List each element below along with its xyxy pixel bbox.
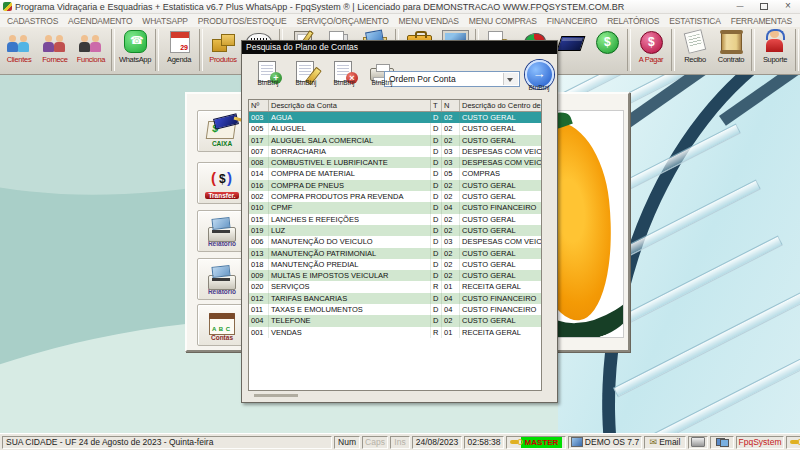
table-cell: 02: [442, 270, 460, 281]
table-cell: TELEFONE: [269, 315, 431, 326]
toolbar-button-whatsapp[interactable]: WhatsApp: [117, 28, 153, 73]
table-cell: 02: [442, 259, 460, 270]
table-cell: RECEITA GERAL: [460, 327, 542, 338]
printer-icon: [691, 437, 705, 447]
close-icon[interactable]: [776, 0, 800, 13]
table-cell: COMPRAS: [460, 168, 542, 179]
menu-item-whatsapp[interactable]: WHATSAPP: [137, 16, 192, 26]
toolbar-button-ledger-book-icon[interactable]: [553, 28, 589, 73]
table-row[interactable]: 012TARIFAS BANCARIASD04CUSTO FINANCEIRO: [249, 293, 541, 304]
table-cell: 013: [249, 248, 269, 259]
toolbar-separator: [111, 29, 115, 71]
table-row[interactable]: 007BORRACHARIAD03DESPESAS COM VEICULO: [249, 146, 541, 157]
products-boxes-icon: [209, 29, 237, 54]
maximize-icon[interactable]: [752, 0, 776, 13]
table-cell: D: [431, 248, 442, 259]
table-row[interactable]: 004TELEFONED02CUSTO GERAL: [249, 315, 541, 326]
table-row[interactable]: 014COMPRA DE MATERIALD05COMPRAS: [249, 168, 541, 179]
toolbar-button-funciona[interactable]: Funciona: [73, 28, 109, 73]
table-cell: AGUA: [269, 112, 431, 123]
table-row[interactable]: 003AGUAD02CUSTO GERAL: [249, 112, 541, 123]
table-row[interactable]: 008COMBUSTIVEL E LUBRIFICANTED03DESPESAS…: [249, 157, 541, 168]
status-system-label: DEMO OS 7.7: [585, 437, 639, 447]
refresh-button[interactable]: BtnBtnj: [522, 60, 556, 91]
menu-bar: CADASTROSAGENDAMENTOWHATSAPPPRODUTOS/EST…: [0, 14, 800, 27]
menu-item-menu-compras[interactable]: MENU COMPRAS: [464, 16, 542, 26]
menu-item-relat-rios[interactable]: RELATÓRIOS: [602, 16, 664, 26]
table-row[interactable]: 002COMPRA PRODUTOS PRA REVENDAD02CUSTO G…: [249, 191, 541, 202]
table-row[interactable]: 015LANCHES E REFEIÇÕESD02CUSTO GERAL: [249, 214, 541, 225]
column-header[interactable]: Nº: [249, 100, 269, 111]
button-caption: BtnBtnj: [522, 84, 556, 91]
toolbar-button-fornece[interactable]: Fornece: [37, 28, 73, 73]
table-row[interactable]: 006MANUTENÇÃO DO VEICULOD03DESPESAS COM …: [249, 236, 541, 247]
table-cell: 006: [249, 236, 269, 247]
table-row[interactable]: 018MANUTENÇÃO PREDIALD02CUSTO GERAL: [249, 259, 541, 270]
dialog-action-add-record-icon[interactable]: BtnBtnj: [250, 61, 286, 86]
table-row[interactable]: 020SERVIÇOSR01RECEITA GERAL: [249, 281, 541, 292]
toolbar-button-produtos[interactable]: Produtos: [205, 28, 241, 73]
email-icon: ✉: [650, 437, 658, 447]
table-row[interactable]: 005ALUGUELD02CUSTO GERAL: [249, 123, 541, 134]
menu-item-servi-o-or-amento[interactable]: SERVIÇO/ORÇAMENTO: [291, 16, 393, 26]
table-cell: D: [431, 315, 442, 326]
table-row[interactable]: 010CPMFD04CUSTO FINANCEIRO: [249, 202, 541, 213]
table-cell: D: [431, 225, 442, 236]
menu-item-menu-vendas[interactable]: MENU VENDAS: [394, 16, 464, 26]
menu-item-cadastros[interactable]: CADASTROS: [2, 16, 63, 26]
table-row[interactable]: 019LUZD02CUSTO GERAL: [249, 225, 541, 236]
table-cell: D: [431, 202, 442, 213]
status-brand: FpqSystem: [736, 436, 784, 449]
table-cell: MULTAS E IMPOSTOS VEICULAR: [269, 270, 431, 281]
table-cell: CUSTO FINANCEIRO: [460, 202, 542, 213]
table-row[interactable]: 017ALUGUEL SALA COMERCIALD02CUSTO GERAL: [249, 135, 541, 146]
table-cell: 015: [249, 214, 269, 225]
toolbar-button-contrato[interactable]: Contrato: [713, 28, 749, 73]
column-header[interactable]: Descrição da Conta: [269, 100, 431, 111]
toolbar-button-label: WhatsApp: [119, 55, 151, 64]
table-cell: 01: [442, 281, 460, 292]
table-row[interactable]: 013MANUTENÇÃO PATRIMONIALD02CUSTO GERAL: [249, 248, 541, 259]
table-cell: D: [431, 180, 442, 191]
table-row[interactable]: 009MULTAS E IMPOSTOS VEICULARD02CUSTO GE…: [249, 270, 541, 281]
menu-item-financeiro[interactable]: FINANCEIRO: [542, 16, 602, 26]
ledger-book-icon: [557, 29, 585, 54]
chevron-down-icon[interactable]: [503, 73, 518, 85]
table-cell: 02: [442, 180, 460, 191]
toolbar-button-label: Recibo: [684, 55, 706, 64]
order-select[interactable]: Ordem Por Conta: [384, 71, 520, 87]
table-cell: 018: [249, 259, 269, 270]
table-cell: 017: [249, 135, 269, 146]
suppliers-icon: [41, 29, 69, 54]
toolbar-button-recibo[interactable]: Recibo: [677, 28, 713, 73]
toolbar-button-suporte[interactable]: Suporte: [757, 28, 793, 73]
menu-item-ferramentas[interactable]: FERRAMENTAS: [726, 16, 797, 26]
toolbar-button-a-pagar[interactable]: A Pagar: [633, 28, 669, 73]
toolbar-button-agenda[interactable]: Agenda: [161, 28, 197, 73]
minimize-icon[interactable]: [728, 0, 752, 13]
menu-item-produtos-estoque[interactable]: PRODUTOS/ESTOQUE: [193, 16, 292, 26]
menu-item-agendamento[interactable]: AGENDAMENTO: [63, 16, 137, 26]
table-cell: ALUGUEL: [269, 123, 431, 134]
column-header[interactable]: N: [442, 100, 460, 111]
status-email: ✉Email: [644, 436, 686, 449]
column-header[interactable]: Descrição do Centro de Custo: [460, 100, 542, 111]
dialog-action-edit-record-icon[interactable]: BtnBtnj: [288, 61, 324, 86]
table-cell: VENDAS: [269, 327, 431, 338]
table-row[interactable]: 001VENDASR01RECEITA GERAL: [249, 327, 541, 338]
horizontal-scrollbar[interactable]: [254, 394, 298, 397]
app-icon: [3, 2, 12, 11]
table-cell: RECEITA GERAL: [460, 281, 542, 292]
column-header[interactable]: T: [431, 100, 442, 111]
menu-item-estatistica[interactable]: ESTATISTICA: [664, 16, 725, 26]
table-row[interactable]: 011TAXAS E EMOLUMENTOSD04CUSTO FINANCEIR…: [249, 304, 541, 315]
table-cell: D: [431, 135, 442, 146]
toolbar-button-clientes[interactable]: Clientes: [1, 28, 37, 73]
toolbar-button-green-dollar-icon[interactable]: [589, 28, 625, 73]
table-cell: 04: [442, 304, 460, 315]
status-time: 02:58:38: [464, 436, 504, 449]
dialog-action-delete-record-icon[interactable]: BtnBtnj: [326, 61, 362, 86]
cashbook-icon: [206, 116, 238, 143]
table-row[interactable]: 016COMPRA DE PNEUSD02CUSTO GERAL: [249, 180, 541, 191]
table-cell: D: [431, 293, 442, 304]
